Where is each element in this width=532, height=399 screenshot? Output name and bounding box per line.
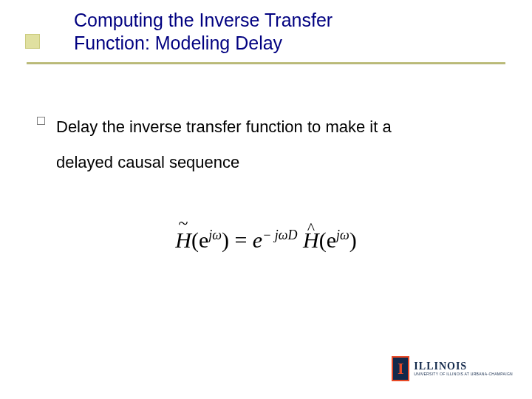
eq-lhs-arg-post: ) (222, 228, 229, 252)
eq-rhs-arg-post: ) (349, 228, 357, 252)
title-underline-shadow (27, 64, 505, 64)
bullet-icon (37, 117, 45, 125)
eq-rhs-exp: jω (336, 228, 349, 242)
eq-factor-exp: − jωD (262, 228, 297, 242)
equation: H(ejω) = e− jωD H(ejω) (0, 228, 532, 253)
eq-lhs-arg-pre: (e (191, 228, 208, 252)
eq-rhs-arg-pre: (e (319, 228, 336, 252)
illinois-logo: I ILLINOIS UNIVERSITY OF ILLINOIS AT URB… (392, 356, 513, 381)
title-accent-square (25, 34, 40, 49)
title-line-2: Function: Modeling Delay (74, 33, 282, 53)
eq-lhs-exp: jω (208, 228, 222, 242)
illinois-logo-letter: I (398, 359, 404, 378)
illinois-logo-word: ILLINOIS (414, 361, 513, 372)
eq-equals: = (229, 228, 253, 252)
body-line-1: Delay the inverse transfer function to m… (56, 117, 392, 136)
illinois-logo-subtitle: UNIVERSITY OF ILLINOIS AT URBANA-CHAMPAI… (414, 372, 513, 376)
body-text: Delay the inverse transfer function to m… (56, 109, 499, 181)
illinois-logo-block-i-icon: I (392, 356, 409, 381)
eq-factor-pre: e (253, 228, 262, 252)
illinois-logo-text: ILLINOIS UNIVERSITY OF ILLINOIS AT URBAN… (414, 361, 513, 376)
body-line-2: delayed causal sequence (56, 153, 239, 171)
eq-lhs-symbol: H (175, 228, 191, 253)
eq-rhs-symbol: H (303, 228, 319, 253)
slide-title: Computing the Inverse Transfer Function:… (74, 9, 488, 55)
title-line-1: Computing the Inverse Transfer (74, 10, 332, 30)
